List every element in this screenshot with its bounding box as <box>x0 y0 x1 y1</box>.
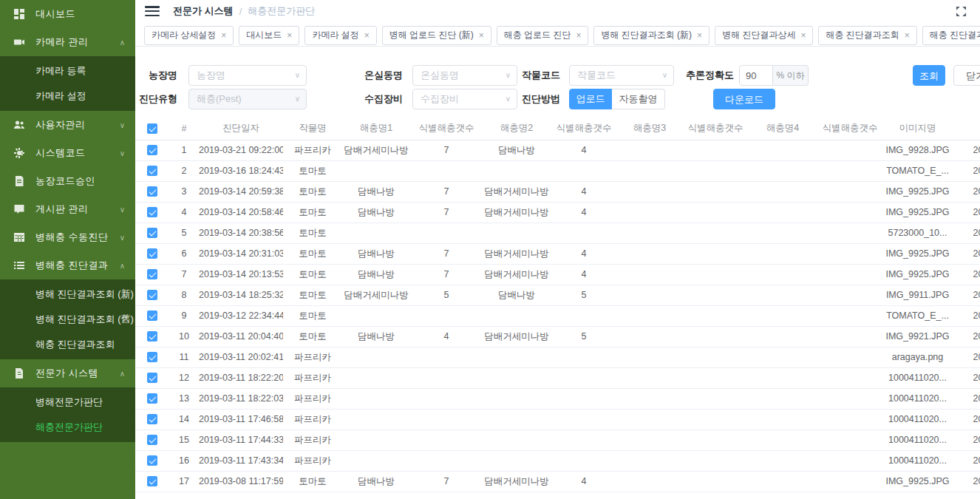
close-icon[interactable]: × <box>479 30 484 41</box>
sidebar-item-7[interactable]: 병해충 진단결과∧ <box>0 251 135 279</box>
row-checkbox[interactable] <box>147 414 157 424</box>
table-row[interactable]: 72019-03-14 20:13:53토마토담배나방7담배거세미나방4IMG_… <box>135 264 980 285</box>
row-checkbox[interactable] <box>147 435 157 445</box>
table-cell: 2019 <box>952 305 980 326</box>
sidebar-subitem[interactable]: 해충 진단결과조회 <box>0 332 135 357</box>
close-icon[interactable]: × <box>576 30 581 41</box>
table-row[interactable]: 152019-03-11 17:44:33파프리카1000411020...20… <box>135 430 980 450</box>
row-checkbox[interactable] <box>147 186 157 197</box>
results-table-wrap: #진단일자작물명해충명1식별해충갯수해충명2식별해충갯수해충명3식별해충갯수해충… <box>135 118 980 492</box>
table-cell <box>749 264 817 285</box>
table-row[interactable]: 12019-03-21 09:22:00파프리카담배거세미나방7담배나방4IMG… <box>135 140 980 160</box>
tab-6[interactable]: ●병해 진단결과상세× <box>715 26 813 45</box>
sidebar-item-5[interactable]: 게시판 관리∨ <box>0 195 135 223</box>
close-icon[interactable]: × <box>697 30 702 41</box>
fullscreen-icon[interactable] <box>956 6 967 17</box>
diagnosis-type-select[interactable]: 해충(Pest)∨ <box>188 89 307 109</box>
table-row[interactable]: 112019-03-11 20:02:41파프리카aragaya.png2019 <box>135 347 980 367</box>
row-checkbox[interactable] <box>147 455 157 466</box>
row-checkbox[interactable] <box>147 145 157 155</box>
crop-code-select[interactable]: 작물코드∨ <box>569 65 674 86</box>
hamburger-menu-icon[interactable] <box>145 6 160 16</box>
row-checkbox[interactable] <box>147 476 157 486</box>
greenhouse-select[interactable]: 온실동명∨ <box>412 65 517 86</box>
sidebar-item-0[interactable]: 대시보드 <box>0 0 135 28</box>
tab-5[interactable]: ●병해 진단결과조회 (新)× <box>593 26 710 45</box>
sidebar-subitem[interactable]: 카메라 설정 <box>0 84 135 109</box>
sidebar-subitem[interactable]: 해충전문가판단 <box>0 415 135 440</box>
tab-4[interactable]: ●해충 업로드 진단× <box>497 26 589 45</box>
table-row[interactable]: 82019-03-14 18:25:32토마토담배거세미나방5담배나방5IMG_… <box>135 285 980 305</box>
table-row[interactable]: 22019-03-16 18:24:43토마토TOMATO_E_...2019 <box>135 160 980 181</box>
table-cell <box>342 430 410 450</box>
tab-3[interactable]: ●병해 업로드 진단 (新)× <box>382 26 491 45</box>
device-select[interactable]: 수집장비∨ <box>412 89 517 109</box>
close-icon[interactable]: × <box>905 30 910 41</box>
column-header <box>952 118 980 140</box>
table-row[interactable]: 132019-03-11 18:22:03파프리카1000411020...20… <box>135 388 980 409</box>
table-row[interactable]: 162019-03-11 17:43:34파프리카1000411020...20… <box>135 450 980 471</box>
tab-7[interactable]: ●해충 진단결과조회× <box>818 26 916 45</box>
row-checkbox-cell <box>135 285 169 305</box>
table-cell: 토마토 <box>283 285 342 305</box>
row-checkbox[interactable] <box>147 290 157 300</box>
table-row[interactable]: 42019-03-14 20:58:46토마토담배나방7담배거세미나방4IMG_… <box>135 202 980 223</box>
tab-2[interactable]: ●카메라 설정× <box>304 26 376 45</box>
table-cell: 파프리카 <box>283 409 342 430</box>
row-checkbox[interactable] <box>147 373 157 383</box>
row-checkbox[interactable] <box>147 228 157 238</box>
table-cell <box>682 430 749 450</box>
tab-1[interactable]: ●대시보드× <box>239 26 299 45</box>
row-checkbox[interactable] <box>147 393 157 404</box>
table-row[interactable]: 122019-03-11 18:22:20파프리카1000411020...20… <box>135 367 980 388</box>
close-icon[interactable]: × <box>800 30 806 41</box>
table-row[interactable]: 52019-03-14 20:38:56토마토5723000_10...2019 <box>135 223 980 243</box>
sidebar-item-6[interactable]: 병해충 수동진단∨ <box>0 223 135 251</box>
table-row[interactable]: 142019-03-11 17:46:58파프리카1000411020...20… <box>135 409 980 430</box>
sidebar-item-2[interactable]: 사용자관리∨ <box>0 111 135 139</box>
close-icon[interactable]: × <box>287 30 292 41</box>
row-checkbox[interactable] <box>147 248 157 259</box>
sidebar-subitem[interactable]: 병해 진단결과조회 (新) <box>0 282 135 307</box>
table-cell: 토마토 <box>283 202 342 223</box>
row-checkbox[interactable] <box>147 207 157 217</box>
close-icon[interactable]: × <box>364 30 370 41</box>
row-checkbox-cell <box>135 243 169 264</box>
breadcrumb-section[interactable]: 전문가 시스템 <box>173 4 234 18</box>
search-button[interactable]: 조회 <box>913 65 945 86</box>
table-cell <box>682 326 749 347</box>
table-cell: 2019-03-21 09:22:00 <box>199 140 283 160</box>
sidebar-item-8[interactable]: 전문가 시스템∧ <box>0 359 135 387</box>
table-row[interactable]: 102019-03-11 20:04:40토마토담배나방4담배거세미나방5IMG… <box>135 326 980 347</box>
tab-8[interactable]: ●해충 진단결과상세× <box>922 26 980 45</box>
download-button[interactable]: 다운로드 <box>713 89 775 109</box>
sidebar-item-3[interactable]: 시스템코드∨ <box>0 139 135 167</box>
close-icon[interactable]: × <box>221 30 226 41</box>
accuracy-input[interactable] <box>739 65 773 86</box>
row-checkbox[interactable] <box>147 331 157 342</box>
method-upload-button[interactable]: 업로드 <box>569 89 612 109</box>
select-all-checkbox[interactable] <box>147 123 157 134</box>
table-cell: 담배거세미나방 <box>342 285 410 305</box>
sidebar-subitem[interactable]: 병해 진단결과조회 (舊) <box>0 307 135 332</box>
table-row[interactable]: 32019-03-14 20:59:38토마토담배나방7담배거세미나방4IMG_… <box>135 181 980 202</box>
row-checkbox[interactable] <box>147 166 157 176</box>
farm-name-select[interactable]: 농장명∨ <box>188 65 307 86</box>
row-checkbox[interactable] <box>147 310 157 321</box>
sidebar-subitem[interactable]: 병해전문가판단 <box>0 390 135 415</box>
row-checkbox[interactable] <box>147 352 157 362</box>
table-cell: 2019 <box>952 430 980 450</box>
row-checkbox-cell <box>135 471 169 492</box>
table-cell <box>342 347 410 367</box>
table-row[interactable]: 92019-03-12 22:34:44토마토TOMATO_E_...2019 <box>135 305 980 326</box>
sidebar-subitem[interactable]: 카메라 등록 <box>0 58 135 84</box>
row-checkbox[interactable] <box>147 269 157 279</box>
method-auto-button[interactable]: 자동촬영 <box>612 89 665 109</box>
table-row[interactable]: 62019-03-14 20:31:03토마토담배나방7담배거세미나방4IMG_… <box>135 243 980 264</box>
sidebar: 대시보드카메라 관리∧카메라 등록카메라 설정사용자관리∨시스템코드∨농장코드승… <box>0 0 135 499</box>
sidebar-item-4[interactable]: 농장코드승인 <box>0 167 135 195</box>
close-button[interactable]: 닫기 <box>953 65 980 86</box>
tab-0[interactable]: ●카메라 상세설정× <box>144 26 234 45</box>
sidebar-item-1[interactable]: 카메라 관리∧ <box>0 28 135 56</box>
table-row[interactable]: 172019-03-08 11:17:59토마토담배나방7담배거세미나방4IMG… <box>135 471 980 492</box>
